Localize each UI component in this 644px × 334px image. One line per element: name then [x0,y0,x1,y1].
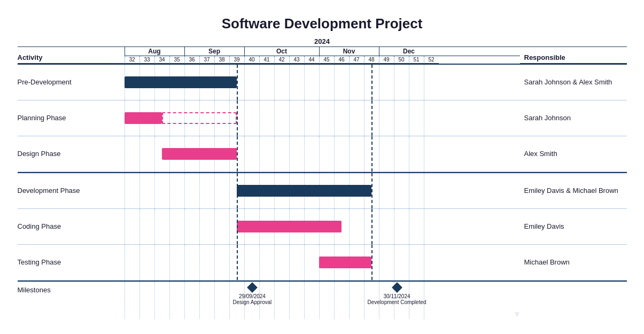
responsible-label-pre-dev: Sarah Johnson & Alex Smith [520,76,627,88]
dashed-vline [371,136,373,172]
gantt-wrapper: 2024 Activity AugSepOctNovDec32333435363… [18,36,627,319]
bar-coding-0 [237,221,342,232]
responsible-col-header: Responsible [520,52,627,64]
activity-col-header: Activity [18,52,125,64]
bar-design-0 [162,148,237,160]
bar-area-pre-dev [125,65,520,100]
year-header-row: 2024 [18,36,627,46]
gantt-rows: Pre-DevelopmentSarah Johnson & Alex Smit… [18,64,627,281]
dashed-vline [371,100,373,136]
header-row: Activity AugSepOctNovDec3233343536373839… [18,46,627,64]
bar-area-design [125,136,520,172]
dashed-vline [237,100,238,136]
milestone-desc-0: Design Approval [233,299,272,305]
milestone-marker-0: 29/09/2024Design Approval [233,284,272,305]
responsible-label-testing: Michael Brown [520,256,627,268]
data-row-dev: Development PhaseEmiley Davis & Michael … [18,172,627,209]
bar-pre-dev-0 [125,76,237,88]
bar-area-dev [125,173,520,208]
dashed-vline [371,65,373,100]
activity-label-dev: Development Phase [18,184,125,197]
activity-label-pre-dev: Pre-Development [18,76,125,88]
dashed-vline [237,65,238,100]
activity-label-design: Design Phase [18,147,125,160]
bar-area-testing [125,245,520,280]
activity-label-coding: Coding Phase [18,220,125,232]
dashed-vline [371,245,373,280]
bar-dev-0 [237,185,371,197]
bar-testing-0 [319,257,371,268]
milestone-diamond-1 [392,282,402,293]
responsible-label-dev: Emiley Davis & Michael Brown [520,184,627,197]
responsible-label-planning: Sarah Johnson [520,112,627,124]
triangle-icon: ▿ [515,309,519,318]
activity-label-testing: Testing Phase [18,256,125,268]
milestone-row: Milestones ▿ 29/09/2024Design Approval30… [18,281,627,319]
milestone-marker-1: 30/11/2024Development Completed [368,284,426,305]
bar-area-coding [125,209,520,244]
bar-planning-0 [125,112,162,124]
dashed-vline [237,136,238,172]
gantt-header-cols: AugSepOctNovDec3233343536373839404142434… [125,47,520,64]
dashed-vline [237,245,238,280]
dashed-vline [371,209,373,244]
data-row-coding: Coding PhaseEmiley Davis [18,209,627,245]
year-label: 2024 [125,36,520,46]
dashed-vline [371,173,373,208]
chart-container: Software Development Project 2024 Activi… [7,10,638,324]
bar-planning-1 [162,112,237,124]
milestone-diamond-0 [247,282,258,293]
milestone-date-1: 30/11/2024 [384,293,410,299]
bar-area-planning [125,100,520,136]
milestone-area: ▿ 29/09/2024Design Approval30/11/2024Dev… [125,282,520,319]
activity-label-planning: Planning Phase [18,112,125,124]
milestones-label: Milestones [18,282,125,298]
data-row-testing: Testing PhaseMichael Brown [18,245,627,281]
chart-title: Software Development Project [18,15,627,32]
milestone-desc-1: Development Completed [368,299,426,305]
responsible-label-design: Alex Smith [520,147,627,160]
data-row-pre-dev: Pre-DevelopmentSarah Johnson & Alex Smit… [18,64,627,100]
milestone-date-0: 29/09/2024 [239,293,266,299]
data-row-design: Design PhaseAlex Smith [18,136,627,172]
responsible-label-coding: Emiley Davis [520,220,627,232]
data-row-planning: Planning PhaseSarah Johnson [18,100,627,136]
